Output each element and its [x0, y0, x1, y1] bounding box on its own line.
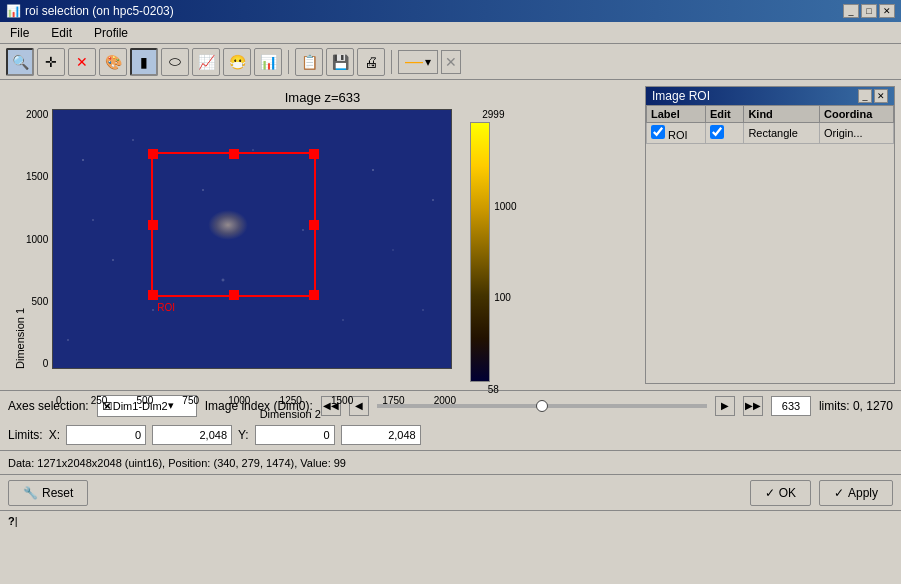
x-label: X: [49, 428, 60, 442]
colorbar-tick-100: 100 [494, 292, 511, 303]
roi-coord: Origin... [819, 123, 893, 144]
fill-button[interactable]: ▮ [130, 48, 158, 76]
help-separator: | [15, 515, 18, 527]
menu-edit[interactable]: Edit [45, 24, 78, 42]
roi-handle-topright[interactable] [309, 149, 319, 159]
colorbar-with-ticks: 1000 100 [470, 122, 516, 382]
slider-thumb[interactable] [536, 400, 548, 412]
delete-button[interactable]: ✕ [68, 48, 96, 76]
colorbar-max: 2999 [482, 109, 504, 120]
canvas-area: 2000 1500 1000 500 0 [26, 109, 525, 395]
roi-panel: Image ROI _ ✕ Label Edit Kind Coordina [645, 86, 895, 384]
minimize-button[interactable]: _ [843, 4, 859, 18]
col-edit: Edit [705, 106, 743, 123]
reset-button[interactable]: 🔧 Reset [8, 480, 88, 506]
apply-label: Apply [848, 486, 878, 500]
next-button[interactable]: ▶ [715, 396, 735, 416]
colorbar-tick-1000: 1000 [494, 201, 516, 212]
help-icon[interactable]: ? [8, 515, 15, 527]
mask-button[interactable]: 😷 [223, 48, 251, 76]
index-input[interactable] [771, 396, 811, 416]
roi-panel-title: Image ROI _ ✕ [646, 87, 894, 105]
window-title: roi selection (on hpc5-0203) [25, 4, 174, 18]
color-button[interactable]: 🎨 [99, 48, 127, 76]
color-line-dropdown[interactable]: — ▾ [398, 50, 438, 74]
export-button[interactable]: 📋 [295, 48, 323, 76]
y-min-input[interactable] [255, 425, 335, 445]
ok-button[interactable]: ✓ OK [750, 480, 811, 506]
print-button[interactable]: 🖨 [357, 48, 385, 76]
save-button[interactable]: 💾 [326, 48, 354, 76]
zoom-in-button[interactable]: 🔍 [6, 48, 34, 76]
status-bar: Data: 1271x2048x2048 (uint16), Position:… [0, 450, 901, 474]
roi-handle-midright[interactable] [309, 220, 319, 230]
next-next-button[interactable]: ▶▶ [743, 396, 763, 416]
roi-visible-checkbox[interactable] [651, 125, 665, 139]
pan-button[interactable]: ✛ [37, 48, 65, 76]
x-tick-1000: 1000 [228, 395, 250, 406]
x-tick-0: 0 [56, 395, 62, 406]
maximize-button[interactable]: □ [861, 4, 877, 18]
limits-bar: Limits: X: Y: [0, 420, 901, 450]
plot-container: 2000 1500 1000 500 0 [26, 109, 525, 420]
y-label: Y: [238, 428, 249, 442]
plot-button[interactable]: 📈 [192, 48, 220, 76]
slider-container [377, 404, 707, 408]
y-ticks: 2000 1500 1000 500 0 [26, 109, 52, 369]
roi-handle-bottomleft[interactable] [148, 290, 158, 300]
colorbar-area: 2999 1000 100 58 [462, 109, 524, 395]
close-button[interactable]: ✕ [879, 4, 895, 18]
roi-panel-close[interactable]: ✕ [874, 89, 888, 103]
x-max-input[interactable] [152, 425, 232, 445]
x-tick-500: 500 [137, 395, 154, 406]
limits-label: Limits: [8, 428, 43, 442]
x-tick-1250: 1250 [280, 395, 302, 406]
image-panel: Image z=633 Dimension 1 2000 1500 1000 5… [0, 80, 645, 390]
apply-icon: ✓ [834, 486, 844, 500]
x-tick-250: 250 [91, 395, 108, 406]
y-tick-1000: 1000 [26, 234, 48, 245]
roi-edit-checkbox[interactable] [710, 125, 724, 139]
roi-label: ROI [157, 302, 175, 313]
x-min-input[interactable] [66, 425, 146, 445]
image-canvas[interactable]: ROI [52, 109, 452, 369]
apply-button[interactable]: ✓ Apply [819, 480, 893, 506]
reset-icon: 🔧 [23, 486, 38, 500]
table-row: ROI Rectangle Origin... [647, 123, 894, 144]
app-icon: 📊 [6, 4, 21, 18]
ok-icon: ✓ [765, 486, 775, 500]
roi-panel-controls: _ ✕ [858, 89, 888, 103]
roi-handle-bottomright[interactable] [309, 290, 319, 300]
col-kind: Kind [744, 106, 820, 123]
menu-profile[interactable]: Profile [88, 24, 134, 42]
roi-handle-topleft[interactable] [148, 149, 158, 159]
ellipse-button[interactable]: ⬭ [161, 48, 189, 76]
col-coord: Coordina [819, 106, 893, 123]
x-tick-750: 750 [182, 395, 199, 406]
y-tick-2000: 2000 [26, 109, 48, 120]
roi-table: Label Edit Kind Coordina ROI Rectangle [646, 105, 894, 144]
toolbar-separator [288, 50, 289, 74]
bar-chart-button[interactable]: 📊 [254, 48, 282, 76]
roi-handle-topmid[interactable] [229, 149, 239, 159]
y-tick-1500: 1500 [26, 171, 48, 182]
y-max-input[interactable] [341, 425, 421, 445]
roi-handle-midleft[interactable] [148, 220, 158, 230]
ok-label: OK [779, 486, 796, 500]
menu-file[interactable]: File [4, 24, 35, 42]
colorbar [470, 122, 490, 382]
toolbar: 🔍 ✛ ✕ 🎨 ▮ ⬭ 📈 😷 📊 📋 💾 🖨 — ▾ ✕ [0, 44, 901, 80]
roi-handle-bottommid[interactable] [229, 290, 239, 300]
x-tick-1500: 1500 [331, 395, 353, 406]
color-x-button[interactable]: ✕ [441, 50, 461, 74]
y-tick-0: 0 [43, 358, 49, 369]
roi-panel-minimize[interactable]: _ [858, 89, 872, 103]
y-axis-label: Dimension 1 [10, 109, 26, 369]
main-area: Image z=633 Dimension 1 2000 1500 1000 5… [0, 80, 901, 390]
col-label: Label [647, 106, 706, 123]
image-slider[interactable] [377, 404, 707, 408]
reset-label: Reset [42, 486, 73, 500]
image-title: Image z=633 [10, 90, 635, 105]
status-text: Data: 1271x2048x2048 (uint16), Position:… [8, 457, 346, 469]
roi-panel-label: Image ROI [652, 89, 710, 103]
